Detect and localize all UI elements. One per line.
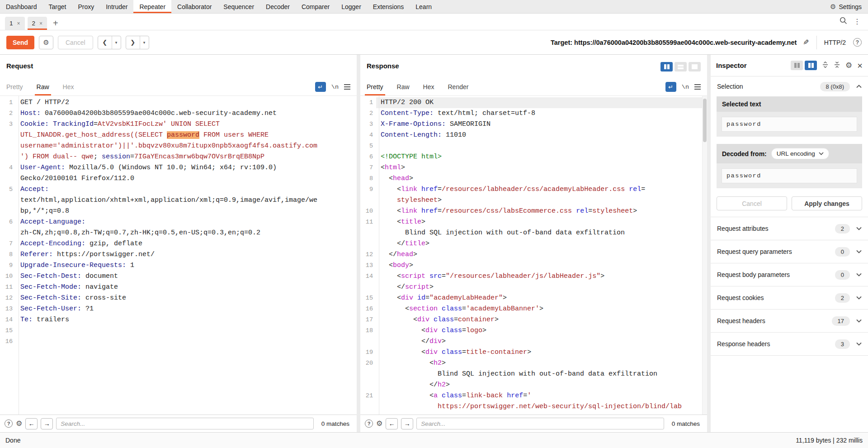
code-line[interactable]: 12 </head> xyxy=(360,249,707,260)
code-line[interactable]: 12Sec-Fetch-Site: cross-site xyxy=(0,293,357,304)
history-back-button[interactable]: ❮ xyxy=(98,36,112,49)
add-tab-button[interactable]: + xyxy=(53,19,58,28)
code-line[interactable]: </h2> xyxy=(360,380,707,391)
prev-match-button[interactable]: ← xyxy=(386,418,398,429)
code-line[interactable]: 19 <div class=title-container> xyxy=(360,347,707,358)
code-line[interactable]: 18 <div class=logo> xyxy=(360,325,707,336)
menu-item-decoder[interactable]: Decoder xyxy=(260,0,296,13)
prev-match-button[interactable]: ← xyxy=(25,418,38,429)
selection-header[interactable]: Selection 8 (0x8) xyxy=(711,76,868,96)
request-tab-pretty[interactable]: Pretty xyxy=(6,78,23,95)
help-icon[interactable]: ? xyxy=(853,38,862,47)
code-line[interactable]: 6<!DOCTYPE html> xyxy=(360,152,707,162)
show-newlines-icon[interactable]: \n xyxy=(682,84,689,91)
code-line[interactable]: 16 xyxy=(0,336,357,347)
response-tab-hex[interactable]: Hex xyxy=(423,78,434,95)
word-wrap-icon[interactable]: ↵ xyxy=(315,82,326,92)
code-line[interactable]: 8 <head> xyxy=(360,173,707,184)
code-line[interactable]: 7<html> xyxy=(360,162,707,173)
code-line[interactable]: 10Sec-Fetch-Dest: document xyxy=(0,271,357,282)
inspector-section-request-attributes[interactable]: Request attributes2 xyxy=(711,217,868,240)
search-settings-icon[interactable]: ⚙ xyxy=(376,420,382,427)
repeater-tab-1[interactable]: 1× xyxy=(5,17,25,30)
code-line[interactable]: Gecko/20100101 Firefox/112.0 xyxy=(0,173,357,184)
response-search-input[interactable] xyxy=(416,418,664,429)
history-forward-button[interactable]: ❯ xyxy=(126,36,140,49)
code-line[interactable]: 17 <div class=container> xyxy=(360,315,707,325)
response-editor[interactable]: 1HTTP/2 200 OK2Content-Type: text/html; … xyxy=(360,95,707,415)
code-line[interactable]: </div> xyxy=(360,336,707,347)
repeater-tab-2[interactable]: 2× xyxy=(28,17,47,30)
response-tab-render[interactable]: Render xyxy=(448,78,469,95)
code-line[interactable]: bp,*/*;q=0.8 xyxy=(0,206,357,217)
scrollbar-thumb[interactable] xyxy=(703,99,707,142)
layout-columns-button[interactable] xyxy=(660,62,673,71)
inspector-section-request-headers[interactable]: Request headers17 xyxy=(711,310,868,333)
code-line[interactable]: Blind SQL injection with out-of-band dat… xyxy=(360,369,707,380)
layout-single-button[interactable] xyxy=(689,62,701,71)
code-line[interactable]: </title> xyxy=(360,238,707,249)
inspector-cancel-button[interactable]: Cancel xyxy=(717,196,787,210)
editor-menu-icon[interactable] xyxy=(694,84,701,90)
chevron-down-icon[interactable] xyxy=(856,319,862,323)
more-options-icon[interactable]: ⋮ xyxy=(854,17,861,26)
close-tab-icon[interactable]: × xyxy=(39,20,42,27)
selected-text-value[interactable]: password xyxy=(722,117,857,132)
search-icon[interactable] xyxy=(840,17,847,26)
code-line[interactable]: 11 <title> xyxy=(360,217,707,228)
menu-item-dashboard[interactable]: Dashboard xyxy=(0,0,43,13)
inspector-section-response-headers[interactable]: Response headers3 xyxy=(711,333,868,356)
code-line[interactable]: 3X-Frame-Options: SAMEORIGIN xyxy=(360,119,707,130)
response-tab-raw[interactable]: Raw xyxy=(397,78,410,95)
collapse-all-icon[interactable] xyxy=(834,62,840,70)
code-line[interactable]: 5Accept: xyxy=(0,184,357,195)
menu-item-proxy[interactable]: Proxy xyxy=(72,0,100,13)
code-line[interactable]: 9 <link href=/resources/labheader/css/ac… xyxy=(360,184,707,195)
menu-item-intruder[interactable]: Intruder xyxy=(100,0,133,13)
response-scrollbar[interactable] xyxy=(702,96,707,415)
edit-target-icon[interactable]: ✎ xyxy=(803,38,809,47)
expand-all-icon[interactable] xyxy=(822,62,829,70)
code-line[interactable]: stylesheet> xyxy=(360,195,707,206)
code-line[interactable]: 2Host: 0a76000a04200b3b805599ae004c000c.… xyxy=(0,108,357,119)
menu-item-collaborator[interactable]: Collaborator xyxy=(171,0,217,13)
chevron-up-icon[interactable] xyxy=(856,85,862,88)
code-line[interactable]: 4Content-Length: 11010 xyxy=(360,130,707,141)
decoded-from-dropdown[interactable]: URL encoding xyxy=(771,148,829,159)
code-line[interactable]: 13 <body> xyxy=(360,260,707,271)
code-line[interactable]: 9Upgrade-Insecure-Requests: 1 xyxy=(0,260,357,271)
code-line[interactable]: 2Content-Type: text/html; charset=utf-8 xyxy=(360,108,707,119)
menu-item-target[interactable]: Target xyxy=(43,0,72,13)
response-tab-pretty[interactable]: Pretty xyxy=(367,78,383,95)
chevron-down-icon[interactable] xyxy=(856,342,862,346)
protocol-label[interactable]: HTTP/2 xyxy=(824,39,846,46)
next-match-button[interactable]: → xyxy=(41,418,53,429)
inspector-layout-right-button[interactable] xyxy=(805,61,817,70)
chevron-down-icon[interactable] xyxy=(856,227,862,230)
menu-item-comparer[interactable]: Comparer xyxy=(296,0,335,13)
inspector-settings-icon[interactable]: ⚙ xyxy=(845,62,852,69)
code-line[interactable]: text/html,application/xhtml+xml,applicat… xyxy=(0,195,357,206)
code-line[interactable]: 15 <div id="academyLabHeader"> xyxy=(360,293,707,304)
layout-rows-button[interactable] xyxy=(675,62,687,71)
code-line[interactable]: https://portswigger.net/web-security/sql… xyxy=(360,401,707,412)
code-line[interactable]: 14 <script src="/resources/labheader/js/… xyxy=(360,271,707,282)
cancel-button[interactable]: Cancel xyxy=(58,36,93,49)
request-tab-raw[interactable]: Raw xyxy=(37,78,49,95)
settings-menu-item[interactable]: ⚙ Settings xyxy=(830,0,868,13)
code-line[interactable]: zh-CN,zh;q=0.8,zh-TW;q=0.7,zh-HK;q=0.5,e… xyxy=(0,228,357,238)
menu-item-sequencer[interactable]: Sequencer xyxy=(217,0,260,13)
code-line[interactable]: ') FROM dual-- qwe; session=7IGaYEncas3m… xyxy=(0,152,357,162)
chevron-down-icon[interactable] xyxy=(856,273,862,276)
history-forward-dropdown[interactable]: ▾ xyxy=(140,36,149,49)
code-line[interactable]: 16 <section class='academyLabBanner'> xyxy=(360,304,707,315)
code-line[interactable]: 4User-Agent: Mozilla/5.0 (Windows NT 10.… xyxy=(0,162,357,173)
menu-item-repeater[interactable]: Repeater xyxy=(133,0,171,13)
editor-menu-icon[interactable] xyxy=(344,84,350,90)
code-line[interactable]: 7Accept-Encoding: gzip, deflate xyxy=(0,238,357,249)
code-line[interactable]: </script> xyxy=(360,282,707,293)
show-newlines-icon[interactable]: \n xyxy=(331,84,339,91)
code-line[interactable]: 6Accept-Language: xyxy=(0,217,357,228)
code-line[interactable]: UTL_INADDR.get_host_address((SELECT pass… xyxy=(0,130,357,141)
menu-item-learn[interactable]: Learn xyxy=(410,0,438,13)
